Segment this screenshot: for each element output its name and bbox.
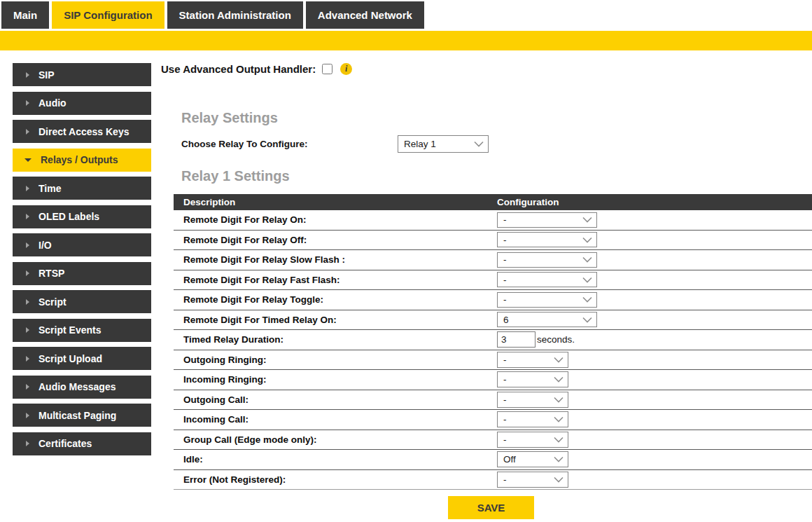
sidebar-item-sip[interactable]: SIP	[13, 63, 151, 86]
incoming-call-label: Incoming Call:	[174, 414, 497, 425]
outgoing-ringing-label: Outgoing Ringing:	[174, 355, 497, 365]
table-row: Remote Digit For Relay Fast Flash:-	[174, 270, 812, 291]
table-row: Error (Not Registered):-	[174, 470, 812, 490]
table-row: Incoming Call:-	[174, 410, 812, 430]
top-tab-bar: MainSIP ConfigurationStation Administrat…	[1, 1, 424, 29]
config-cell: -	[497, 292, 597, 308]
table-row: Remote Digit For Relay Off:-	[174, 231, 812, 251]
relay-1-settings-heading: Relay 1 Settings	[181, 168, 290, 184]
remote-digit-relay-toggle-select[interactable]: -	[497, 292, 597, 308]
config-cell: 6	[497, 312, 597, 327]
sidebar-item-certificates[interactable]: Certificates	[13, 432, 151, 455]
sidebar-item-rtsp[interactable]: RTSP	[13, 262, 151, 285]
remote-digit-relay-on-select[interactable]: -	[497, 212, 597, 228]
configuration-column-header: Configuration	[497, 197, 559, 207]
sidebar-item-script[interactable]: Script	[13, 290, 151, 313]
outgoing-call-select[interactable]: -	[497, 392, 568, 408]
remote-digit-relay-fast-flash-select-value: -	[503, 275, 507, 285]
idle-select[interactable]: Off	[497, 451, 568, 467]
sidebar-item-audio[interactable]: Audio	[13, 92, 151, 115]
sidebar-item-oled-labels[interactable]: OLED Labels	[13, 205, 151, 228]
sidebar-item-label: I/O	[38, 240, 52, 251]
config-cell: -	[497, 432, 568, 448]
tab-sip-configuration[interactable]: SIP Configuration	[52, 1, 164, 29]
sidebar-item-i-o[interactable]: I/O	[13, 233, 151, 256]
incoming-ringing-label: Incoming Ringing:	[174, 374, 497, 385]
table-row: Remote Digit For Relay On:-	[174, 210, 812, 231]
incoming-ringing-select[interactable]: -	[497, 371, 568, 387]
chevron-down-icon	[24, 158, 31, 162]
sidebar-item-label: Certificates	[38, 438, 92, 449]
table-row: Group Call (Edge mode only):-	[174, 430, 812, 451]
remote-digit-relay-off-select[interactable]: -	[497, 232, 597, 247]
advanced-output-handler-row: Use Advanced Output Handler: i	[161, 63, 352, 75]
sidebar-item-label: Script	[38, 296, 66, 308]
group-call-edge-mode-only-select[interactable]: -	[497, 432, 568, 448]
chevron-right-icon	[26, 441, 29, 446]
table-row: Remote Digit For Relay Toggle:-	[174, 290, 812, 310]
use-advanced-output-handler-label: Use Advanced Output Handler:	[161, 63, 316, 75]
remote-digit-relay-off-label: Remote Digit For Relay Off:	[174, 235, 497, 245]
chevron-right-icon	[26, 186, 29, 191]
timed-relay-duration-input[interactable]	[497, 331, 536, 348]
sidebar-item-direct-access-keys[interactable]: Direct Access Keys	[13, 120, 151, 143]
chevron-right-icon	[26, 270, 29, 276]
sidebar-item-audio-messages[interactable]: Audio Messages	[13, 376, 151, 399]
remote-digit-relay-slow-flash-select-value: -	[503, 254, 507, 265]
chevron-down-icon	[582, 317, 592, 323]
incoming-ringing-select-value: -	[503, 374, 507, 385]
group-call-edge-mode-only-label: Group Call (Edge mode only):	[174, 434, 497, 445]
tab-station-administration[interactable]: Station Administration	[167, 1, 303, 29]
sidebar-item-relays-outputs[interactable]: Relays / Outputs	[13, 149, 151, 172]
save-button[interactable]: SAVE	[448, 496, 534, 519]
remote-digit-relay-off-select-value: -	[503, 235, 507, 245]
choose-relay-select[interactable]: Relay 1	[398, 135, 489, 153]
error-not-registered-select-value: -	[503, 474, 507, 485]
config-cell: Off	[497, 451, 568, 467]
sidebar-item-label: OLED Labels	[38, 211, 99, 222]
chevron-down-icon	[554, 416, 564, 423]
config-cell: -	[497, 371, 568, 387]
outgoing-ringing-select-value: -	[503, 355, 507, 365]
sidebar-item-script-events[interactable]: Script Events	[13, 319, 151, 342]
tab-advanced-network[interactable]: Advanced Network	[306, 1, 424, 29]
info-icon[interactable]: i	[340, 63, 352, 75]
chevron-right-icon	[26, 129, 29, 135]
chevron-right-icon	[26, 413, 29, 418]
chevron-down-icon	[554, 397, 564, 403]
table-row: Timed Relay Duration:seconds.	[174, 330, 812, 350]
remote-digit-relay-slow-flash-label: Remote Digit For Relay Slow Flash :	[174, 254, 497, 265]
use-advanced-output-handler-checkbox[interactable]	[322, 64, 332, 74]
chevron-right-icon	[26, 356, 29, 362]
remote-digit-relay-slow-flash-select[interactable]: -	[497, 252, 597, 268]
chevron-down-icon	[582, 256, 592, 263]
table-row: Incoming Ringing:-	[174, 370, 812, 390]
remote-digit-timed-relay-on-select-value: 6	[503, 315, 509, 325]
error-not-registered-select[interactable]: -	[497, 472, 568, 488]
remote-digit-timed-relay-on-select[interactable]: 6	[497, 312, 597, 327]
choose-relay-select-value: Relay 1	[404, 139, 436, 149]
sidebar-item-label: Relays / Outputs	[41, 154, 118, 165]
chevron-right-icon	[26, 299, 29, 305]
chevron-down-icon	[582, 217, 592, 223]
incoming-call-select[interactable]: -	[497, 411, 568, 427]
remote-digit-timed-relay-on-label: Remote Digit For Timed Relay On:	[174, 315, 497, 325]
chevron-right-icon	[26, 100, 29, 106]
chevron-right-icon	[26, 242, 29, 248]
outgoing-call-label: Outgoing Call:	[174, 394, 497, 405]
sidebar-item-multicast-paging[interactable]: Multicast Paging	[13, 404, 151, 427]
table-row: Remote Digit For Relay Slow Flash :-	[174, 250, 812, 270]
outgoing-ringing-select[interactable]: -	[497, 352, 568, 368]
idle-select-value: Off	[503, 454, 516, 465]
table-row: Outgoing Call:-	[174, 390, 812, 411]
tab-main[interactable]: Main	[1, 1, 49, 29]
remote-digit-relay-fast-flash-select[interactable]: -	[497, 272, 597, 287]
chevron-right-icon	[26, 72, 29, 78]
table-header-row: Description Configuration	[174, 194, 812, 210]
config-cell: -	[497, 252, 597, 268]
sidebar-item-label: SIP	[38, 69, 55, 81]
sidebar-item-label: Audio	[38, 97, 66, 109]
description-column-header: Description	[174, 197, 497, 207]
sidebar-item-time[interactable]: Time	[13, 177, 151, 200]
sidebar-item-script-upload[interactable]: Script Upload	[13, 347, 151, 370]
